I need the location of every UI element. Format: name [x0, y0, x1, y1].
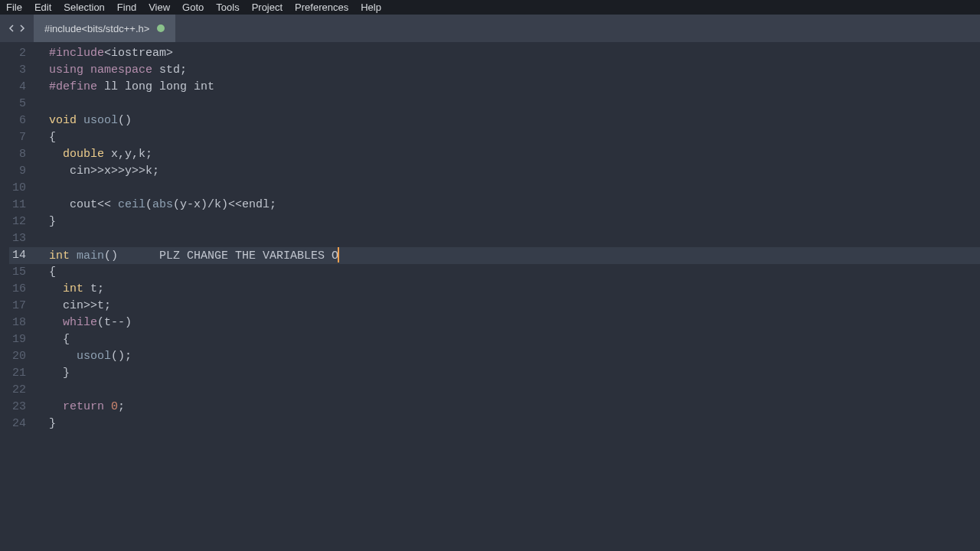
gutter-line: 24	[9, 416, 26, 432]
gutter-line: 21	[9, 365, 26, 382]
gutter-line: 12	[9, 214, 26, 230]
code-line[interactable]: using namespace std;	[49, 62, 980, 79]
code-line[interactable]: {	[49, 331, 980, 348]
gutter-line: 16	[9, 281, 26, 298]
gutter-line: 19	[9, 331, 26, 348]
tab-title: #include<bits/stdc++.h>	[44, 23, 149, 34]
code-line[interactable]	[49, 96, 980, 112]
code-line[interactable]: cout<< ceil(abs(y-x)/k)<<endl;	[49, 197, 980, 214]
gutter-line: 11	[9, 197, 26, 214]
code-line[interactable]: {	[49, 264, 980, 281]
code-line[interactable]: }	[49, 365, 980, 382]
menu-tools[interactable]: Tools	[210, 1, 245, 14]
tab[interactable]: #include<bits/stdc++.h>	[34, 15, 176, 42]
menu-edit[interactable]: Edit	[28, 1, 57, 14]
tab-prev-icon[interactable]	[6, 23, 17, 34]
code-line[interactable]	[49, 180, 980, 197]
gutter-line: 17	[9, 298, 26, 315]
code-line[interactable]: double x,y,k;	[49, 146, 980, 163]
gutter-line: 2	[9, 45, 26, 62]
code-line[interactable]	[49, 230, 980, 247]
menu-selection[interactable]: Selection	[57, 1, 110, 14]
menu-goto[interactable]: Goto	[176, 1, 210, 14]
code-line[interactable]: int main() PLZ CHANGE THE VARIABLES O	[34, 247, 980, 264]
menu-file[interactable]: File	[0, 1, 28, 14]
menubar: File Edit Selection Find View Goto Tools…	[0, 0, 980, 15]
code-line[interactable]: void usool()	[49, 112, 980, 129]
code-line[interactable]: int t;	[49, 281, 980, 298]
gutter-line: 9	[9, 163, 26, 180]
gutter-line: 23	[9, 399, 26, 416]
gutter-line: 6	[9, 112, 26, 129]
gutter-line: 13	[9, 230, 26, 247]
code-line[interactable]: #define ll long long int	[49, 79, 980, 96]
code-line[interactable]: return 0;	[49, 399, 980, 416]
gutter-line: 8	[9, 146, 26, 163]
gutter-line: 7	[9, 129, 26, 146]
gutter-line: 10	[9, 180, 26, 197]
text-cursor	[338, 247, 339, 262]
gutter: 23456789101112131415161718192021222324	[0, 42, 34, 551]
editor[interactable]: 23456789101112131415161718192021222324 #…	[0, 42, 980, 551]
code-line[interactable]: cin>>t;	[49, 298, 980, 315]
code-line[interactable]	[49, 382, 980, 399]
menu-project[interactable]: Project	[246, 1, 289, 14]
tab-nav	[0, 23, 34, 34]
gutter-line: 22	[9, 382, 26, 399]
menu-preferences[interactable]: Preferences	[289, 1, 354, 14]
gutter-line: 20	[9, 348, 26, 365]
menu-help[interactable]: Help	[354, 1, 387, 14]
gutter-line: 4	[9, 79, 26, 96]
code-area[interactable]: #include<iostream>using namespace std;#d…	[34, 42, 980, 551]
tab-dirty-icon[interactable]	[157, 24, 165, 32]
code-line[interactable]: }	[49, 416, 980, 432]
gutter-line: 3	[9, 62, 26, 79]
menu-view[interactable]: View	[142, 1, 176, 14]
tab-bar: #include<bits/stdc++.h>	[0, 15, 980, 42]
gutter-line: 5	[9, 96, 26, 112]
code-line[interactable]: {	[49, 129, 980, 146]
gutter-line: 14	[9, 247, 34, 264]
tab-next-icon[interactable]	[17, 23, 28, 34]
code-line[interactable]: while(t--)	[49, 315, 980, 331]
gutter-line: 18	[9, 315, 26, 331]
menu-find[interactable]: Find	[111, 1, 142, 14]
code-line[interactable]: usool();	[49, 348, 980, 365]
code-line[interactable]: }	[49, 214, 980, 230]
gutter-line: 15	[9, 264, 26, 281]
code-line[interactable]: cin>>x>>y>>k;	[49, 163, 980, 180]
code-line[interactable]: #include<iostream>	[49, 45, 980, 62]
